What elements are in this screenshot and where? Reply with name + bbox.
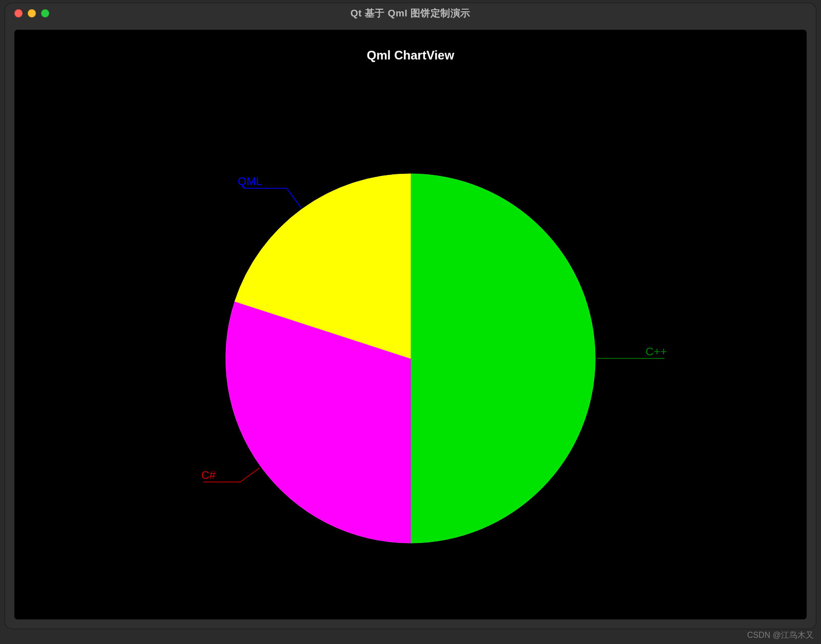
leader-line [266,188,301,207]
watermark: CSDN @江鸟木又 [747,630,814,641]
window-title: Qt 基于 Qml 图饼定制演示 [350,7,471,20]
pie-chart: C++C#QML [51,92,770,605]
maximize-icon[interactable] [41,9,49,17]
minimize-icon[interactable] [28,9,36,17]
chart-title: Qml ChartView [14,30,807,63]
slice-label: C++ [646,345,667,358]
pie-slice-c[interactable] [411,174,595,543]
window-controls [14,9,49,17]
slice-label: C# [201,469,216,481]
chart-area: Qml ChartView C++C#QML [14,30,807,619]
app-window: Qt 基于 Qml 图饼定制演示 Qml ChartView C++C#QML [5,3,816,629]
close-icon[interactable] [14,9,23,17]
leader-line [220,468,259,482]
titlebar: Qt 基于 Qml 图饼定制演示 [5,3,816,24]
slice-label: QML [238,175,262,188]
